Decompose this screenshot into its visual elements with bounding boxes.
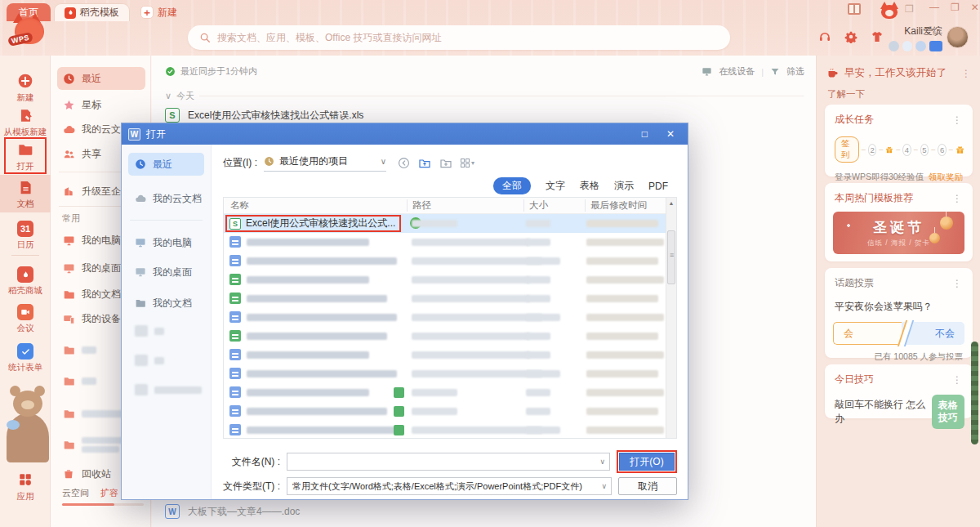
scrollbar-thumb[interactable] (667, 230, 675, 284)
claim-reward-link[interactable]: 领取奖励 (929, 172, 963, 183)
christmas-banner[interactable]: 圣诞节 信纸 / 海报 / 贺卡 (833, 212, 964, 254)
filter-link[interactable]: 筛选 (786, 65, 804, 78)
up-folder-button-icon[interactable] (418, 157, 431, 170)
file-row[interactable] (224, 364, 676, 383)
card-menu-button[interactable]: ⋮ (952, 278, 963, 289)
redacted-text (247, 370, 397, 377)
rail-item-forms[interactable]: 统计表单 (0, 340, 51, 373)
rail-item-calendar[interactable]: 31 日历 (0, 217, 51, 251)
template-icon (16, 106, 34, 124)
recent-file-row[interactable]: S Excel使用公式审核快速找出公式错误.xls (165, 108, 363, 123)
desktop-icon (62, 261, 75, 275)
expand-storage-link[interactable]: 扩容 (100, 487, 118, 499)
file-row[interactable] (224, 289, 676, 308)
location-dropdown[interactable]: 最近使用的项目 ∨ (264, 154, 386, 172)
theme-shirt-icon[interactable] (871, 30, 884, 43)
close-button[interactable]: ✕ (971, 2, 979, 13)
meeting-camera-icon (17, 304, 33, 320)
dialog-sidebar-custom[interactable] (128, 378, 204, 401)
column-modified[interactable]: 最后修改时间 (585, 199, 666, 212)
redacted-text (412, 427, 542, 434)
headset-icon[interactable] (818, 30, 831, 43)
dialog-sidebar-my-desktop[interactable]: 我的桌面 (128, 261, 204, 284)
new-folder-button-icon[interactable] (439, 157, 452, 170)
card-menu-button[interactable]: ⋮ (952, 374, 963, 386)
cancel-button[interactable]: 取消 (618, 477, 677, 495)
dialog-sidebar-custom[interactable] (128, 319, 204, 342)
dialog-close-button[interactable]: ✕ (660, 128, 681, 140)
user-account[interactable]: Kaili爱缤 (889, 25, 970, 51)
dialog-sidebar-my-computer[interactable]: 我的电脑 (128, 231, 204, 254)
file-row-selected[interactable]: S Excel使用公式审核快速找出公式... ✓ (224, 214, 676, 233)
file-row[interactable] (224, 327, 676, 346)
gift-box-decoration (848, 3, 861, 15)
view-mode-button[interactable]: ▾ (461, 159, 474, 167)
learn-more-link[interactable]: 了解一下 (827, 88, 865, 100)
online-devices-link[interactable]: 在线设备 (719, 65, 755, 78)
chevron-down-icon: ∨ (381, 157, 386, 166)
search-input[interactable] (217, 32, 719, 43)
tab-new[interactable]: ＋ 新建 (131, 3, 187, 21)
column-path[interactable]: 路径 (407, 199, 523, 212)
dialog-sidebar-cloud-docs[interactable]: 我的云文档 (128, 187, 204, 210)
redacted-text (247, 295, 387, 302)
rail-item-new[interactable]: 新建 (0, 69, 51, 104)
dialog-sidebar-recent[interactable]: 最近 (128, 153, 204, 176)
panel-scrollbar[interactable] (971, 342, 978, 444)
cloud-sync-icon (394, 425, 404, 435)
sidebar-item-recent[interactable]: 最近 (57, 67, 145, 90)
recent-file-row[interactable]: W 大板下载—文章4——.doc (165, 504, 300, 519)
dialog-sidebar-my-documents[interactable]: 我的文档 (128, 292, 204, 315)
menu-dots-icon[interactable]: ⋮ (961, 68, 972, 79)
gear-icon[interactable] (844, 30, 858, 43)
filter-pdf[interactable]: PDF (648, 181, 668, 192)
file-row[interactable] (224, 252, 676, 270)
global-search[interactable] (188, 25, 730, 50)
file-row[interactable] (224, 233, 676, 252)
file-type-icon (229, 311, 241, 323)
rail-item-docs[interactable]: 文档 (0, 175, 51, 212)
filter-all[interactable]: 全部 (493, 177, 531, 194)
open-button[interactable]: 打开(O) (619, 453, 675, 471)
signin-pill[interactable]: 签到 (835, 136, 859, 163)
greeting-text: 早安，工作又该开始了 (844, 66, 947, 80)
avatar[interactable] (947, 26, 969, 48)
sidebar-item-starred[interactable]: 星标 (57, 93, 145, 116)
dialog-titlebar[interactable]: W 打开 □ ✕ (122, 123, 688, 145)
column-name[interactable]: 名称 (224, 199, 407, 212)
file-row[interactable] (224, 383, 676, 402)
card-menu-button[interactable]: ⋮ (952, 114, 963, 126)
vote-yes-button[interactable]: 会 (833, 322, 902, 345)
rail-item-meeting[interactable]: 会议 (0, 301, 51, 334)
file-row[interactable] (224, 346, 676, 364)
filter-sheet[interactable]: 表格 (580, 179, 599, 193)
card-menu-button[interactable]: ⋮ (952, 193, 963, 204)
rail-item-open[interactable]: 打开 (4, 137, 47, 174)
section-today[interactable]: ∨ 今天 (165, 90, 804, 102)
redacted-icon (135, 384, 148, 395)
member-badge (889, 41, 899, 51)
back-button-icon[interactable] (398, 157, 410, 169)
file-list-header[interactable]: 名称 路径 大小 最后修改时间 (224, 198, 676, 214)
scroll-up-icon[interactable]: ▲ (666, 198, 676, 206)
tab-docer-template[interactable]: 稻壳模板 (54, 3, 130, 21)
dialog-maximize-button[interactable]: □ (635, 128, 654, 140)
file-name-input[interactable]: ∨ (287, 453, 610, 471)
table-tips-badge[interactable]: 表格 技巧 (932, 395, 964, 429)
list-scrollbar[interactable]: ▲ (666, 198, 676, 438)
restore-button[interactable]: ❐ (951, 2, 960, 13)
file-row[interactable] (224, 270, 676, 289)
rail-item-docer-mall[interactable]: 稻壳商城 (0, 263, 51, 297)
file-row[interactable] (224, 308, 676, 327)
rail-item-apps[interactable]: 应用 (0, 467, 51, 502)
file-row[interactable] (224, 402, 676, 421)
file-type-select[interactable]: 常用文件(文字/Word格式;表格/Excel格式;演示/PowerPoint格… (287, 477, 612, 495)
new-plus-icon (16, 72, 34, 90)
filter-presentation[interactable]: 演示 (614, 179, 634, 193)
filter-word[interactable]: 文字 (546, 179, 565, 193)
file-row[interactable] (224, 421, 676, 439)
dialog-sidebar-custom[interactable] (128, 349, 204, 372)
minimize-button[interactable]: — (929, 2, 939, 13)
rail-item-new-from-template[interactable]: 从模板新建 (0, 103, 51, 138)
column-size[interactable]: 大小 (523, 199, 585, 212)
